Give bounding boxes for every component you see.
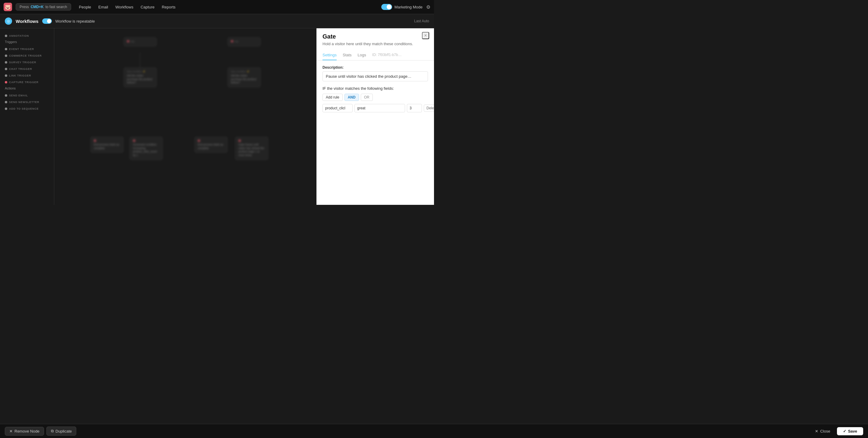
rule-value[interactable] [407, 104, 422, 112]
gear-icon[interactable]: ⚙ [426, 4, 430, 10]
nav-email[interactable]: Email [95, 4, 111, 10]
add-rule-button[interactable]: Add rule [322, 94, 343, 101]
marketing-mode-label: Marketing Mode [395, 5, 423, 9]
sidebar-item-actions[interactable]: Actions [0, 85, 54, 92]
marketing-mode: Marketing Mode [381, 4, 423, 10]
sidebar-section-send-newsletter: SEND NEWSLETTER [0, 98, 54, 105]
sidebar-item-triggers[interactable]: Triggers [0, 39, 54, 45]
sub-nav: ◎ Workflows Workflow is repeatable Last … [0, 14, 434, 28]
last-auto-label: Last Auto [414, 19, 429, 23]
sidebar-section-survey-trigger: SURVEY TRIGGER [0, 59, 54, 65]
search-cmd-key: CMD+K [31, 5, 44, 9]
search-bar[interactable]: Press CMD+K to fast search [16, 3, 71, 10]
tab-id[interactable]: ID: 7f93bff1-b7b… [372, 50, 402, 60]
main-layout: ANNOTATION Triggers EVENT TRIGGER COMMER… [0, 28, 434, 205]
nav-capture[interactable]: Capture [137, 4, 157, 10]
description-label: Description: [322, 65, 428, 70]
repeatable-label: Workflow is repeatable [56, 19, 95, 24]
sidebar-section-event-trigger: EVENT TRIGGER [0, 45, 54, 52]
rule-row: Delete [322, 104, 428, 112]
canvas-background: step step New condition ⚡ Did the visito… [54, 28, 316, 205]
panel-title: Gate [322, 33, 428, 40]
sidebar-section-link-trigger: LINK TRIGGER [0, 72, 54, 78]
sidebar-section-chat-trigger: CHAT TRIGGER [0, 65, 54, 72]
and-button[interactable]: AND [344, 94, 359, 101]
rule-controls: Add rule AND OR [322, 94, 428, 101]
nav-people[interactable]: People [76, 4, 94, 10]
tab-stats[interactable]: Stats [343, 50, 352, 60]
panel-body: Description: IF the visitor matches the … [316, 61, 434, 205]
sidebar-section-add-sequence: ADD TO SEQUENCE [0, 105, 54, 111]
panel-header: × Gate Hold a visitor here until they ma… [316, 28, 434, 61]
panel-tabs: Settings Stats Logs ID: 7f93bff1-b7b… [322, 50, 428, 60]
search-text2: to fast search [45, 5, 67, 9]
delete-rule-button[interactable]: Delete [424, 104, 434, 112]
if-label: IF the visitor matches the following fie… [322, 86, 428, 91]
tab-logs[interactable]: Logs [358, 50, 366, 60]
workflows-title: Workflows [16, 19, 38, 24]
repeatable-toggle[interactable] [42, 19, 52, 24]
sidebar-section-commerce-trigger: COMMERCE TRIGGER [0, 52, 54, 59]
description-input[interactable] [322, 71, 428, 81]
or-button[interactable]: OR [361, 94, 373, 101]
rule-operator[interactable] [354, 104, 405, 112]
tab-settings[interactable]: Settings [322, 50, 337, 60]
search-text: Press [20, 5, 29, 9]
nav-workflows[interactable]: Workflows [113, 4, 136, 10]
marketing-mode-toggle[interactable] [381, 4, 392, 10]
gate-panel: × Gate Hold a visitor here until they ma… [316, 28, 434, 205]
sidebar-section-capture-trigger: CAPTURE TRIGGER [0, 78, 54, 85]
sidebar-section-send-email: SEND EMAIL [0, 92, 54, 98]
nav-reports[interactable]: Reports [159, 4, 179, 10]
panel-subtitle: Hold a visitor here until they match the… [322, 41, 428, 47]
rule-field-name[interactable] [322, 104, 352, 112]
sidebar-section-annotation: ANNOTATION [0, 32, 54, 39]
workflow-icon: ◎ [5, 18, 12, 25]
canvas[interactable]: step step New condition ⚡ Did the visito… [54, 28, 316, 205]
top-nav: 🐷 Press CMD+K to fast search People Emai… [0, 0, 434, 14]
sidebar: ANNOTATION Triggers EVENT TRIGGER COMMER… [0, 28, 54, 205]
panel-close-button[interactable]: × [422, 32, 429, 39]
logo-icon: 🐷 [4, 3, 12, 11]
connections-svg [54, 28, 145, 73]
